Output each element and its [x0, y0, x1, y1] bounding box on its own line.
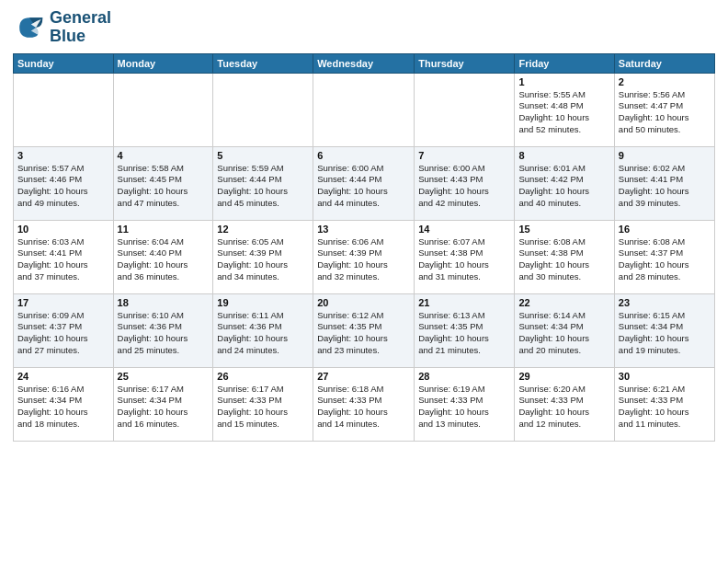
day-cell: 25Sunrise: 6:17 AM Sunset: 4:34 PM Dayli…	[113, 367, 213, 441]
col-wednesday: Wednesday	[313, 53, 415, 73]
day-number: 21	[418, 297, 510, 308]
day-cell: 6Sunrise: 6:00 AM Sunset: 4:44 PM Daylig…	[313, 146, 415, 220]
day-info: Sunrise: 6:16 AM Sunset: 4:34 PM Dayligh…	[17, 384, 109, 431]
day-number: 15	[518, 224, 609, 235]
day-info: Sunrise: 6:06 AM Sunset: 4:39 PM Dayligh…	[317, 236, 410, 283]
week-row-2: 3Sunrise: 5:57 AM Sunset: 4:46 PM Daylig…	[14, 146, 715, 220]
day-cell: 21Sunrise: 6:13 AM Sunset: 4:35 PM Dayli…	[415, 293, 515, 367]
day-number: 6	[317, 150, 410, 161]
day-cell: 1Sunrise: 5:55 AM Sunset: 4:48 PM Daylig…	[515, 73, 614, 146]
day-cell: 10Sunrise: 6:03 AM Sunset: 4:41 PM Dayli…	[14, 220, 114, 293]
day-info: Sunrise: 6:02 AM Sunset: 4:41 PM Dayligh…	[619, 163, 711, 210]
day-info: Sunrise: 6:14 AM Sunset: 4:34 PM Dayligh…	[518, 310, 609, 357]
day-cell: 24Sunrise: 6:16 AM Sunset: 4:34 PM Dayli…	[14, 367, 114, 441]
page: General Blue Sunday Monday Tuesday Wedne…	[0, 0, 728, 563]
day-info: Sunrise: 6:18 AM Sunset: 4:33 PM Dayligh…	[317, 384, 410, 431]
day-number: 10	[17, 224, 109, 235]
col-sunday: Sunday	[14, 53, 114, 73]
day-number: 13	[317, 224, 410, 235]
day-cell: 30Sunrise: 6:21 AM Sunset: 4:33 PM Dayli…	[614, 367, 714, 441]
day-number: 30	[619, 371, 711, 382]
logo-icon	[13, 11, 46, 44]
day-number: 17	[17, 297, 109, 308]
day-cell: 23Sunrise: 6:15 AM Sunset: 4:34 PM Dayli…	[614, 293, 714, 367]
day-cell: 17Sunrise: 6:09 AM Sunset: 4:37 PM Dayli…	[14, 293, 114, 367]
day-cell	[14, 73, 114, 146]
day-info: Sunrise: 6:00 AM Sunset: 4:43 PM Dayligh…	[418, 163, 510, 210]
day-number: 19	[217, 297, 309, 308]
day-cell: 8Sunrise: 6:01 AM Sunset: 4:42 PM Daylig…	[515, 146, 614, 220]
day-info: Sunrise: 5:56 AM Sunset: 4:47 PM Dayligh…	[619, 89, 711, 136]
day-info: Sunrise: 6:17 AM Sunset: 4:34 PM Dayligh…	[118, 384, 210, 431]
day-info: Sunrise: 6:05 AM Sunset: 4:39 PM Dayligh…	[217, 236, 309, 283]
logo: General Blue	[13, 9, 111, 46]
col-monday: Monday	[113, 53, 213, 73]
day-number: 11	[118, 224, 210, 235]
day-cell: 13Sunrise: 6:06 AM Sunset: 4:39 PM Dayli…	[313, 220, 415, 293]
day-info: Sunrise: 6:08 AM Sunset: 4:38 PM Dayligh…	[518, 236, 609, 283]
day-info: Sunrise: 6:10 AM Sunset: 4:36 PM Dayligh…	[118, 310, 210, 357]
day-cell: 9Sunrise: 6:02 AM Sunset: 4:41 PM Daylig…	[614, 146, 714, 220]
logo-text: General Blue	[50, 9, 111, 46]
day-cell	[113, 73, 213, 146]
day-number: 26	[217, 371, 309, 382]
day-info: Sunrise: 6:17 AM Sunset: 4:33 PM Dayligh…	[217, 384, 309, 431]
day-number: 4	[118, 150, 210, 161]
day-info: Sunrise: 6:04 AM Sunset: 4:40 PM Dayligh…	[118, 236, 210, 283]
day-info: Sunrise: 6:21 AM Sunset: 4:33 PM Dayligh…	[619, 384, 711, 431]
day-number: 7	[418, 150, 510, 161]
header: General Blue	[13, 9, 715, 46]
day-info: Sunrise: 6:20 AM Sunset: 4:33 PM Dayligh…	[518, 384, 609, 431]
day-cell: 7Sunrise: 6:00 AM Sunset: 4:43 PM Daylig…	[415, 146, 515, 220]
day-info: Sunrise: 6:03 AM Sunset: 4:41 PM Dayligh…	[17, 236, 109, 283]
day-cell	[415, 73, 515, 146]
col-saturday: Saturday	[614, 53, 714, 73]
col-friday: Friday	[515, 53, 614, 73]
day-number: 1	[518, 76, 609, 87]
day-cell: 12Sunrise: 6:05 AM Sunset: 4:39 PM Dayli…	[213, 220, 313, 293]
day-info: Sunrise: 6:09 AM Sunset: 4:37 PM Dayligh…	[17, 310, 109, 357]
week-row-3: 10Sunrise: 6:03 AM Sunset: 4:41 PM Dayli…	[14, 220, 715, 293]
day-info: Sunrise: 6:11 AM Sunset: 4:36 PM Dayligh…	[217, 310, 309, 357]
day-info: Sunrise: 5:58 AM Sunset: 4:45 PM Dayligh…	[118, 163, 210, 210]
day-info: Sunrise: 5:55 AM Sunset: 4:48 PM Dayligh…	[518, 89, 609, 136]
day-cell: 14Sunrise: 6:07 AM Sunset: 4:38 PM Dayli…	[415, 220, 515, 293]
col-tuesday: Tuesday	[213, 53, 313, 73]
day-number: 9	[619, 150, 711, 161]
day-info: Sunrise: 5:57 AM Sunset: 4:46 PM Dayligh…	[17, 163, 109, 210]
day-number: 22	[518, 297, 609, 308]
day-cell: 18Sunrise: 6:10 AM Sunset: 4:36 PM Dayli…	[113, 293, 213, 367]
day-number: 12	[217, 224, 309, 235]
day-number: 29	[518, 371, 609, 382]
day-number: 18	[118, 297, 210, 308]
day-cell: 20Sunrise: 6:12 AM Sunset: 4:35 PM Dayli…	[313, 293, 415, 367]
day-number: 20	[317, 297, 410, 308]
day-cell: 5Sunrise: 5:59 AM Sunset: 4:44 PM Daylig…	[213, 146, 313, 220]
day-cell: 29Sunrise: 6:20 AM Sunset: 4:33 PM Dayli…	[515, 367, 614, 441]
day-cell: 11Sunrise: 6:04 AM Sunset: 4:40 PM Dayli…	[113, 220, 213, 293]
day-number: 25	[118, 371, 210, 382]
day-cell	[313, 73, 415, 146]
day-cell: 22Sunrise: 6:14 AM Sunset: 4:34 PM Dayli…	[515, 293, 614, 367]
day-cell: 19Sunrise: 6:11 AM Sunset: 4:36 PM Dayli…	[213, 293, 313, 367]
day-cell: 27Sunrise: 6:18 AM Sunset: 4:33 PM Dayli…	[313, 367, 415, 441]
day-cell: 16Sunrise: 6:08 AM Sunset: 4:37 PM Dayli…	[614, 220, 714, 293]
day-cell: 2Sunrise: 5:56 AM Sunset: 4:47 PM Daylig…	[614, 73, 714, 146]
header-row: Sunday Monday Tuesday Wednesday Thursday…	[14, 53, 715, 73]
day-cell: 15Sunrise: 6:08 AM Sunset: 4:38 PM Dayli…	[515, 220, 614, 293]
calendar-table: Sunday Monday Tuesday Wednesday Thursday…	[13, 53, 715, 442]
day-number: 24	[17, 371, 109, 382]
day-info: Sunrise: 6:08 AM Sunset: 4:37 PM Dayligh…	[619, 236, 711, 283]
day-cell: 4Sunrise: 5:58 AM Sunset: 4:45 PM Daylig…	[113, 146, 213, 220]
day-info: Sunrise: 6:12 AM Sunset: 4:35 PM Dayligh…	[317, 310, 410, 357]
day-number: 14	[418, 224, 510, 235]
week-row-4: 17Sunrise: 6:09 AM Sunset: 4:37 PM Dayli…	[14, 293, 715, 367]
day-info: Sunrise: 6:13 AM Sunset: 4:35 PM Dayligh…	[418, 310, 510, 357]
day-cell: 28Sunrise: 6:19 AM Sunset: 4:33 PM Dayli…	[415, 367, 515, 441]
day-info: Sunrise: 6:01 AM Sunset: 4:42 PM Dayligh…	[518, 163, 609, 210]
day-info: Sunrise: 6:15 AM Sunset: 4:34 PM Dayligh…	[619, 310, 711, 357]
col-thursday: Thursday	[415, 53, 515, 73]
day-number: 23	[619, 297, 711, 308]
day-cell	[213, 73, 313, 146]
week-row-5: 24Sunrise: 6:16 AM Sunset: 4:34 PM Dayli…	[14, 367, 715, 441]
